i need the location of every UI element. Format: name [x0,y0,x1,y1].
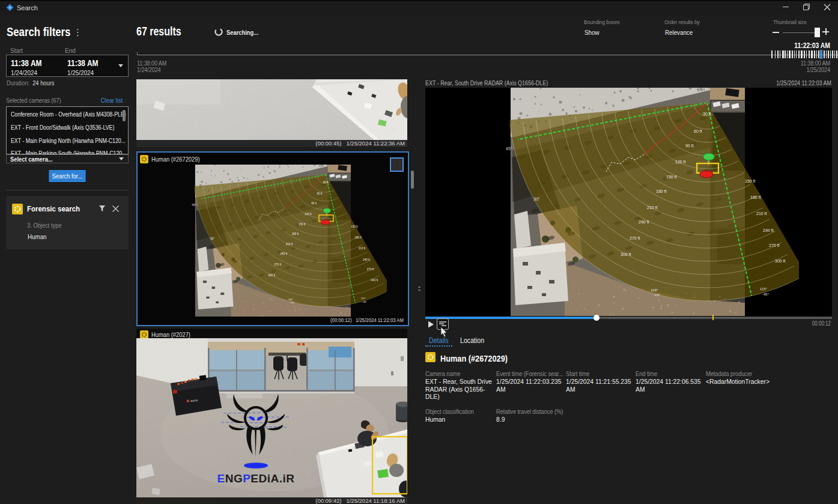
svg-text:ENGPEDiA.iR: ENGPEDiA.iR [217,472,294,485]
